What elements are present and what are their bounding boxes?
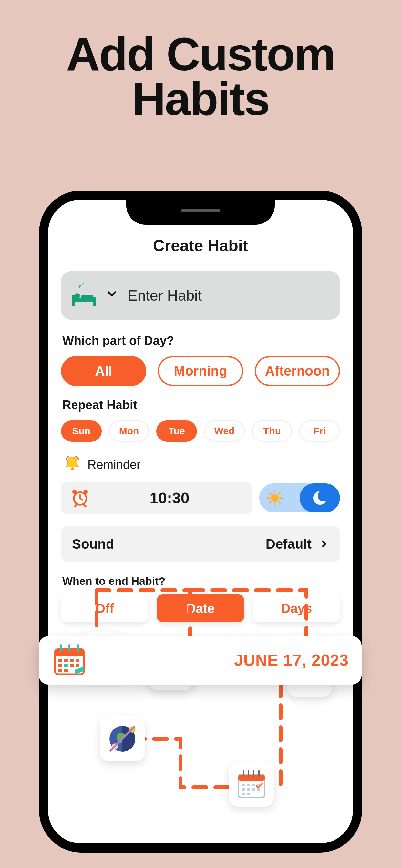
calendar-icon [52, 642, 87, 679]
end-habit-label: When to end Habit? [62, 575, 340, 587]
sound-label: Sound [72, 536, 266, 552]
svg-rect-39 [247, 784, 250, 786]
svg-rect-60 [75, 664, 80, 667]
bell-icon [63, 455, 82, 475]
chevron-right-icon [319, 536, 329, 552]
date-callout[interactable]: JUNE 17, 2023 [39, 636, 362, 685]
day-mon[interactable]: Mon [109, 421, 150, 442]
svg-rect-46 [242, 793, 245, 795]
habit-input-placeholder: Enter Habit [127, 287, 202, 304]
svg-rect-6 [81, 295, 93, 299]
daynight-toggle[interactable] [259, 484, 340, 513]
alarm-clock-icon [70, 487, 90, 508]
svg-rect-38 [242, 784, 245, 786]
page-title: Create Habit [61, 237, 340, 255]
reminder-label: Reminder [88, 458, 141, 472]
time-row: 10:30 [61, 482, 340, 514]
svg-rect-3 [72, 299, 96, 302]
svg-line-16 [269, 492, 271, 494]
callout-date: JUNE 17, 2023 [95, 651, 349, 670]
svg-point-34 [129, 726, 135, 733]
svg-rect-37 [238, 775, 265, 781]
time-picker[interactable]: 10:30 [61, 482, 252, 514]
svg-rect-55 [64, 659, 68, 662]
chevron-down-icon[interactable] [105, 287, 119, 304]
days-row: Sun Mon Tue Wed Thu Fri [61, 421, 340, 442]
sun-icon [266, 490, 283, 506]
sound-row[interactable]: Sound Default [61, 526, 340, 562]
svg-rect-4 [72, 295, 75, 306]
svg-rect-63 [64, 664, 68, 667]
svg-point-33 [110, 726, 135, 752]
promo-heading: Add Custom Habits [0, 32, 401, 121]
end-off[interactable]: Off [61, 594, 148, 622]
end-date[interactable]: Date [157, 594, 244, 622]
svg-rect-36 [238, 775, 265, 797]
day-sun[interactable]: Sun [61, 421, 102, 442]
svg-rect-41 [257, 784, 260, 786]
reminder-header: Reminder [63, 455, 340, 475]
svg-rect-43 [247, 788, 250, 791]
toggle-knob [300, 484, 340, 513]
svg-rect-59 [70, 664, 73, 667]
svg-text:z: z [79, 283, 81, 290]
svg-rect-61 [58, 669, 62, 672]
sound-value: Default [266, 536, 312, 552]
svg-rect-54 [58, 659, 62, 662]
svg-point-7 [71, 467, 73, 470]
tile-globe-icon [100, 716, 145, 762]
tile-calendar-icon [229, 762, 274, 807]
svg-rect-5 [93, 297, 96, 306]
time-value: 10:30 [96, 489, 243, 507]
svg-rect-40 [252, 784, 255, 786]
svg-line-17 [278, 501, 280, 503]
pod-morning[interactable]: Morning [158, 356, 243, 386]
svg-rect-62 [64, 669, 68, 672]
day-wed[interactable]: Wed [204, 421, 245, 442]
svg-point-9 [72, 490, 77, 494]
part-of-day-row: All Morning Afternoon [61, 356, 340, 386]
screen: Create Habit z z Enter Habit Which par [48, 199, 353, 843]
end-days[interactable]: Days [253, 594, 340, 622]
svg-rect-56 [70, 659, 73, 662]
day-thu[interactable]: Thu [252, 421, 292, 442]
svg-line-18 [269, 501, 271, 503]
svg-line-35 [111, 727, 134, 751]
svg-point-10 [84, 490, 88, 494]
phone-frame: Create Habit z z Enter Habit Which par [39, 190, 362, 852]
pod-afternoon[interactable]: Afternoon [255, 356, 340, 386]
promo-line-2: Habits [132, 73, 269, 125]
svg-point-11 [271, 494, 279, 502]
end-row: Off Date Days [61, 594, 340, 622]
day-tue[interactable]: Tue [156, 421, 197, 442]
svg-rect-57 [75, 659, 80, 662]
day-fri[interactable]: Fri [299, 421, 340, 442]
svg-line-19 [278, 492, 280, 494]
svg-text:z: z [82, 282, 85, 286]
svg-rect-58 [58, 664, 62, 667]
repeat-label: Repeat Habit [62, 398, 340, 412]
svg-rect-42 [242, 788, 245, 791]
habit-input-row[interactable]: z z Enter Habit [61, 271, 340, 320]
svg-rect-44 [252, 788, 255, 791]
svg-rect-45 [257, 788, 260, 791]
part-of-day-label: Which part of Day? [62, 334, 340, 348]
sleep-bed-icon: z z [70, 282, 98, 309]
svg-rect-47 [247, 793, 250, 795]
svg-point-2 [74, 293, 80, 299]
moon-icon [313, 491, 327, 505]
pod-all[interactable]: All [61, 356, 146, 386]
